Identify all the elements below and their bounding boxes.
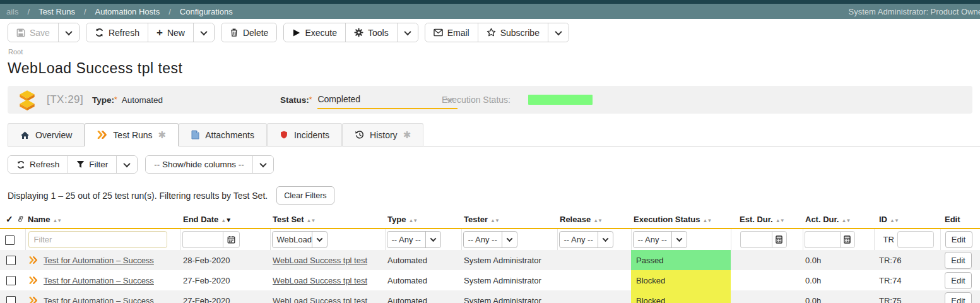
row-edit-button[interactable]: Edit [945, 292, 972, 303]
save-button[interactable]: Save [8, 23, 58, 42]
new-menu-button[interactable] [193, 23, 214, 42]
sort-desc-icon: ▼ [413, 218, 417, 223]
id-cell: TR:74 [874, 270, 940, 290]
column-header-est-dur[interactable]: Est. Dur.▲▼ [731, 210, 803, 229]
artifact-info-bar: [TX:29] Type:* Automated Status:* Comple… [8, 86, 972, 114]
filter-edit-button[interactable]: Edit [945, 231, 972, 248]
email-button[interactable]: Email [425, 23, 478, 42]
sort-icons[interactable]: ▲▼ [702, 215, 711, 224]
test-set-link[interactable]: WebLoad Success tpl test [273, 296, 367, 303]
end-date-filter-input[interactable] [182, 231, 223, 248]
column-header-type[interactable]: Type▲▼ [385, 210, 461, 229]
sort-icons[interactable]: ▲▼ [307, 215, 316, 224]
top-navigation-bar: ails / Test Runs / Automation Hosts / Co… [0, 4, 980, 19]
row-checkbox[interactable] [6, 256, 16, 265]
tools-menu-button[interactable] [397, 23, 418, 42]
sort-asc-icon: ▲ [307, 218, 311, 223]
sort-icons[interactable]: ▲▼ [490, 215, 499, 224]
folder-breadcrumb[interactable]: Root [8, 48, 980, 56]
test-run-link[interactable]: Test for Automation – Success [44, 276, 154, 285]
row-edit-button[interactable]: Edit [945, 272, 972, 289]
test-set-link[interactable]: WebLoad Success tpl test [273, 256, 367, 265]
tab-test-runs[interactable]: Test Runs ✱ [85, 123, 179, 146]
new-button[interactable]: + New [148, 23, 193, 42]
execute-button[interactable]: Execute [284, 23, 345, 42]
column-header-execution-status[interactable]: Execution Status▲▼ [631, 210, 731, 229]
calculator-button[interactable] [772, 231, 787, 248]
column-header-tester[interactable]: Tester▲▼ [461, 210, 557, 229]
sort-icons[interactable]: ▲▼ [52, 215, 61, 224]
delete-button[interactable]: Delete [221, 23, 276, 42]
clear-filters-button[interactable]: Clear Filters [276, 186, 334, 205]
breadcrumb-item-configurations[interactable]: Configurations [180, 7, 233, 16]
column-header-act-dur[interactable]: Act. Dur.▲▼ [803, 210, 874, 229]
subscribe-menu-button[interactable] [548, 23, 569, 42]
tab-incidents[interactable]: Incidents [267, 123, 342, 146]
refresh-button[interactable]: Refresh [86, 23, 148, 42]
sort-icons[interactable]: ▲▼ [776, 215, 784, 224]
execution-status-filter-select[interactable]: -- Any -- [633, 231, 687, 248]
name-filter-input[interactable] [28, 231, 167, 248]
select-all-checkbox[interactable] [5, 235, 15, 245]
tab-history[interactable]: History ✱ [342, 123, 423, 146]
grid-refresh-button[interactable]: Refresh [8, 156, 68, 173]
tab-attachments[interactable]: Attachments [179, 123, 267, 146]
tab-overview[interactable]: Overview [8, 123, 85, 146]
sort-icons[interactable]: ▲▼ [221, 215, 231, 224]
breadcrumb-item-details[interactable]: ails [6, 7, 19, 16]
id-cell: TR:76 [874, 250, 940, 270]
show-hide-columns-select[interactable]: -- Show/hide columns -- [146, 156, 252, 173]
calculator-button[interactable] [840, 231, 855, 248]
double-chevron-icon [29, 276, 38, 284]
act-dur-filter-input[interactable] [805, 231, 840, 248]
filter-menu-button[interactable] [116, 156, 137, 173]
current-user-label[interactable]: System Administrator: Product Owne [849, 7, 980, 16]
save-icon [16, 28, 25, 37]
sort-asc-icon: ▲ [776, 218, 780, 223]
sort-desc-icon: ▼ [225, 217, 231, 223]
column-header-end-date[interactable]: End Date▲▼ [180, 210, 270, 229]
required-marker: * [114, 95, 117, 104]
subscribe-button[interactable]: Subscribe [478, 23, 548, 42]
tester-filter-select[interactable]: -- Any -- [463, 231, 517, 248]
history-icon [355, 130, 364, 140]
row-checkbox[interactable] [6, 296, 16, 303]
show-hide-columns-menu-button[interactable] [252, 156, 273, 173]
test-set-filter-select[interactable]: WebLoad S [272, 231, 328, 248]
breadcrumb: ails / Test Runs / Automation Hosts / Co… [6, 7, 233, 16]
row-edit-button[interactable]: Edit [945, 252, 972, 269]
release-filter-select[interactable]: -- Any -- [559, 231, 613, 248]
execution-status-label: Execution Status: [442, 95, 511, 105]
double-chevron-icon [29, 297, 38, 303]
test-run-link[interactable]: Test for Automation – Success [44, 296, 154, 303]
sort-icons[interactable]: ▲▼ [841, 215, 850, 224]
filter-button[interactable]: Filter [68, 156, 116, 173]
status-select[interactable]: Completed [317, 90, 458, 109]
est-dur-filter-input[interactable] [740, 231, 772, 248]
sort-icons[interactable]: ▲▼ [890, 215, 899, 224]
sort-icons[interactable]: ▲▼ [408, 215, 417, 224]
test-set-link[interactable]: WebLoad Success tpl test [273, 276, 367, 285]
test-run-link[interactable]: Test for Automation – Success [44, 256, 154, 265]
sort-icons[interactable]: ▲▼ [593, 215, 602, 224]
execution-status-cell: Passed [631, 250, 731, 270]
row-checkbox[interactable] [6, 276, 16, 285]
id-prefix-label: TR [883, 235, 894, 244]
star-icon [487, 28, 496, 37]
id-filter-input[interactable] [897, 231, 934, 248]
execute-tools-button-group: Execute Tools [283, 23, 418, 42]
type-filter-select[interactable]: -- Any -- [387, 231, 441, 248]
act-dur-cell: 0.0h [803, 250, 874, 270]
sort-desc-icon: ▼ [57, 218, 61, 223]
column-header-release[interactable]: Release▲▼ [557, 210, 631, 229]
tools-button[interactable]: Tools [345, 23, 397, 42]
calendar-button[interactable] [223, 231, 240, 248]
breadcrumb-item-test-runs[interactable]: Test Runs [38, 7, 75, 16]
breadcrumb-item-automation-hosts[interactable]: Automation Hosts [95, 7, 160, 16]
column-header-test-set[interactable]: Test Set▲▼ [270, 210, 385, 229]
column-header-id[interactable]: ID▲▼ [874, 210, 940, 229]
end-date-filter [182, 231, 240, 248]
end-date-cell: 27-Feb-2020 [180, 270, 270, 290]
column-header-name[interactable]: Name▲▼ [25, 210, 180, 229]
save-menu-button[interactable] [58, 23, 79, 42]
